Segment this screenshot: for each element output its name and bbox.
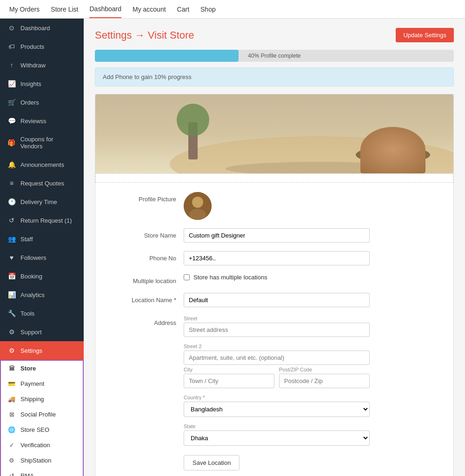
verification-submenu-icon: ✓ [7, 442, 16, 449]
submenu-social-profile[interactable]: ⊠ Social Profile [1, 407, 83, 422]
postzip-group: Post/ZIP Code [279, 367, 370, 390]
multiple-location-row: Multiple location Store has multiple loc… [109, 274, 439, 284]
banner-upload-area[interactable] [95, 173, 453, 183]
update-settings-button[interactable]: Update Settings [396, 28, 454, 42]
sidebar-item-announcements[interactable]: 🔔 Announcements [0, 155, 84, 174]
followers-icon: ♥ [7, 254, 16, 261]
sidebar-item-withdraw[interactable]: ↑ Withdraw [0, 56, 84, 74]
sidebar-item-followers[interactable]: ♥ Followers [0, 248, 84, 267]
page-title: Settings → Visit Store [95, 29, 194, 41]
reviews-icon: 💬 [7, 117, 16, 125]
submenu-payment[interactable]: 💳 Payment [1, 376, 83, 391]
top-navigation: My Orders Store List Dashboard My accoun… [0, 0, 465, 19]
main-content: Settings → Visit Store Update Settings 4… [84, 19, 465, 476]
postzip-input[interactable] [279, 374, 370, 388]
city-group: City [184, 367, 274, 390]
multiple-location-label: Multiple location [109, 274, 184, 284]
phone-input[interactable] [184, 251, 370, 265]
store-name-label: Store Name [109, 228, 184, 239]
staff-icon: 👥 [7, 235, 16, 243]
sidebar-item-tools[interactable]: 🔧 Tools [0, 304, 84, 323]
sidebar-item-coupons[interactable]: 🎁 Coupons for Vendors [0, 130, 84, 155]
products-icon: 🏷 [7, 43, 16, 50]
settings-submenu: 🏛 Store 💳 Payment 🚚 Shipping ⊠ Social Pr… [0, 360, 84, 476]
store-submenu-icon: 🏛 [7, 365, 16, 372]
street2-input[interactable] [184, 350, 370, 365]
page-header: Settings → Visit Store Update Settings [95, 28, 454, 42]
submenu-rma[interactable]: ↺ RMA [1, 468, 83, 476]
location-name-input[interactable] [184, 293, 370, 307]
nav-store-list[interactable]: Store List [51, 1, 78, 18]
location-name-control [184, 293, 370, 307]
rma-submenu-icon: ↺ [7, 472, 16, 476]
submenu-store[interactable]: 🏛 Store [1, 361, 83, 376]
withdraw-icon: ↑ [7, 61, 16, 69]
state-select[interactable]: Dhaka Chittagong Khulna Rajshahi [184, 430, 370, 446]
settings-icon: ⚙ [7, 347, 16, 354]
shipping-submenu-icon: 🚚 [7, 396, 16, 403]
visit-store-link[interactable]: Visit Store [148, 29, 194, 41]
submenu-shipstation[interactable]: ⚙ ShipStation [1, 453, 83, 468]
phone-label: Phone No [109, 251, 184, 262]
nav-dashboard[interactable]: Dashboard [89, 0, 121, 18]
nav-my-account[interactable]: My account [133, 1, 166, 18]
postzip-label: Post/ZIP Code [279, 367, 370, 372]
sidebar-item-support[interactable]: ⚙ Support [0, 323, 84, 341]
state-label: State [184, 423, 370, 429]
sidebar-item-products[interactable]: 🏷 Products [0, 37, 84, 56]
progress-bar-fill [95, 50, 239, 62]
store-name-input[interactable] [184, 228, 370, 243]
street-input[interactable] [184, 323, 370, 337]
profile-picture-label: Profile Picture [109, 192, 184, 203]
submenu-verification[interactable]: ✓ Verification [1, 437, 83, 453]
sidebar-item-insights[interactable]: 📈 Insights [0, 74, 84, 93]
progress-text: 40% Profile complete [248, 53, 300, 59]
store-name-row: Store Name [109, 228, 439, 243]
svg-point-5 [177, 104, 209, 136]
submenu-shipping[interactable]: 🚚 Shipping [1, 391, 83, 407]
progress-bar-container: 40% Profile complete [95, 50, 454, 62]
nav-my-orders[interactable]: My Orders [9, 1, 40, 18]
form-section: Profile Picture Store Name [95, 183, 453, 476]
social-profile-submenu-icon: ⊠ [7, 411, 16, 418]
nav-cart[interactable]: Cart [177, 1, 189, 18]
return-request-icon: ↺ [7, 217, 16, 224]
sidebar-item-dashboard[interactable]: ⊙ Dashboard [0, 19, 84, 37]
svg-point-2 [356, 146, 430, 163]
address-fields: Street Street 2 City Post/ZIP Code [184, 316, 370, 470]
delivery-time-icon: 🕐 [7, 198, 16, 205]
sidebar-item-booking[interactable]: 📅 Booking [0, 267, 84, 285]
address-row: Address Street Street 2 City P [109, 316, 439, 470]
svg-point-8 [192, 197, 203, 208]
sidebar-item-analytics[interactable]: 📊 Analytics [0, 285, 84, 304]
sidebar: ⊙ Dashboard 🏷 Products ↑ Withdraw 📈 Insi… [0, 19, 84, 476]
payment-submenu-icon: 💳 [7, 380, 16, 387]
booking-icon: 📅 [7, 272, 16, 280]
country-select[interactable]: Bangladesh India Pakistan USA UK [184, 402, 370, 417]
submenu-store-seo[interactable]: 🌐 Store SEO [1, 422, 83, 437]
sidebar-item-return-request[interactable]: ↺ Return Request (1) [0, 211, 84, 230]
multiple-location-checkbox[interactable] [184, 274, 190, 280]
analytics-icon: 📊 [7, 291, 16, 298]
sidebar-item-settings[interactable]: ⚙ Settings [0, 341, 84, 360]
nav-shop[interactable]: Shop [200, 1, 216, 18]
profile-picture-row: Profile Picture [109, 192, 439, 220]
phone-row: Phone No [109, 251, 439, 265]
sidebar-item-reviews[interactable]: 💬 Reviewss [0, 112, 84, 130]
sidebar-item-orders[interactable]: 🛒 Orders [0, 93, 84, 112]
address-label: Address [109, 316, 184, 326]
sidebar-item-delivery-time[interactable]: 🕐 Delivery Time [0, 192, 84, 211]
phone-control [184, 251, 370, 265]
sidebar-item-staff[interactable]: 👥 Staff [0, 230, 84, 248]
city-label: City [184, 367, 274, 372]
info-box: Add Phone to gain 10% progress [95, 67, 454, 86]
city-input[interactable] [184, 374, 274, 388]
avatar[interactable] [184, 192, 212, 220]
sidebar-item-request-quotes[interactable]: ≡ Request Quotes [0, 174, 84, 192]
location-name-label: Location Name * [109, 293, 184, 304]
store-seo-submenu-icon: 🌐 [7, 426, 16, 433]
announcements-icon: 🔔 [7, 161, 16, 168]
save-location-button[interactable]: Save Location [184, 455, 239, 470]
coupons-icon: 🎁 [7, 139, 16, 146]
insights-icon: 📈 [7, 80, 16, 87]
